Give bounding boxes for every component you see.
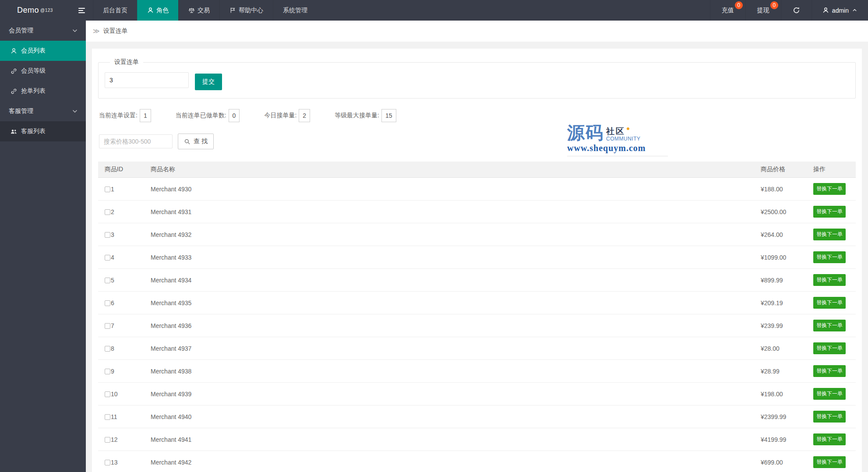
row-checkbox[interactable] <box>105 414 110 420</box>
product-id: 9 <box>111 368 114 375</box>
row-checkbox[interactable] <box>105 460 110 465</box>
product-id: 3 <box>111 231 114 238</box>
content-card: 设置连单 提交 当前连单设置: 1 当前连单已做单数: 0 今日接单量: 2 等… <box>92 49 862 472</box>
chain-order-fieldset: 设置连单 提交 <box>98 58 856 99</box>
product-price-cell: ¥28.99 <box>754 360 807 383</box>
link-icon <box>11 68 17 74</box>
header-action: 操作 <box>807 162 856 178</box>
product-name-cell: Merchant 4938 <box>144 360 754 383</box>
sidebar-item-member-level[interactable]: 会员等级 <box>0 61 86 81</box>
table-row: 4Merchant 4933¥1099.00替换下一单 <box>98 246 856 269</box>
replace-next-order-button[interactable]: 替换下一单 <box>813 411 846 423</box>
replace-next-order-button[interactable]: 替换下一单 <box>813 456 846 468</box>
row-checkbox[interactable] <box>105 187 110 192</box>
row-checkbox[interactable] <box>105 369 110 374</box>
table-body: 1Merchant 4930¥188.00替换下一单2Merchant 4931… <box>98 178 856 472</box>
row-checkbox[interactable] <box>105 209 110 215</box>
header-product-name: 商品名称 <box>144 162 754 178</box>
row-checkbox[interactable] <box>105 278 110 283</box>
action-cell: 替换下一单 <box>807 178 856 201</box>
product-name-cell: Merchant 4941 <box>144 428 754 451</box>
table-header-row: 商品ID 商品名称 商品价格 操作 <box>98 162 856 178</box>
product-id-cell: 8 <box>98 337 144 360</box>
flag-icon <box>229 7 236 14</box>
chain-count-input[interactable] <box>105 72 189 88</box>
stat-today-orders: 今日接单量: 2 <box>264 109 310 122</box>
action-cell: 替换下一单 <box>807 405 856 428</box>
product-id: 6 <box>111 299 114 306</box>
table-row: 9Merchant 4938¥28.99替换下一单 <box>98 360 856 383</box>
action-cell: 替换下一单 <box>807 451 856 472</box>
sidebar-group-member-management[interactable]: 会员管理 <box>0 21 86 41</box>
action-cell: 替换下一单 <box>807 360 856 383</box>
stat-chain-orders-done: 当前连单已做单数: 0 <box>176 109 240 122</box>
replace-next-order-button[interactable]: 替换下一单 <box>813 183 846 195</box>
nav-spacer <box>317 0 710 21</box>
sidebar-group-service-management[interactable]: 客服管理 <box>0 101 86 121</box>
row-checkbox[interactable] <box>105 323 110 329</box>
stat-value-box: 0 <box>229 109 240 122</box>
recharge-button[interactable]: 充值 0 <box>710 0 745 21</box>
chevron-down-icon <box>72 108 78 114</box>
sidebar-item-member-list[interactable]: 会员列表 <box>0 41 86 61</box>
nav-item-system[interactable]: 系统管理 <box>273 0 317 21</box>
product-name-cell: Merchant 4940 <box>144 405 754 428</box>
product-id: 8 <box>111 345 114 352</box>
row-checkbox[interactable] <box>105 255 110 261</box>
submit-button[interactable]: 提交 <box>195 74 222 90</box>
product-price-cell: ¥4199.99 <box>754 428 807 451</box>
replace-next-order-button[interactable]: 替换下一单 <box>813 297 846 309</box>
product-name-cell: Merchant 4936 <box>144 314 754 337</box>
table-row: 7Merchant 4936¥239.99替换下一单 <box>98 314 856 337</box>
sidebar-item-grab-order-list[interactable]: 抢单列表 <box>0 81 86 101</box>
nav-item-roles[interactable]: 角色 <box>137 0 178 21</box>
table-row: 1Merchant 4930¥188.00替换下一单 <box>98 178 856 201</box>
replace-next-order-button[interactable]: 替换下一单 <box>813 433 846 445</box>
sidebar-toggle-button[interactable] <box>70 0 93 21</box>
scales-icon <box>188 7 195 14</box>
product-price-cell: ¥2399.99 <box>754 405 807 428</box>
product-id: 4 <box>111 254 114 261</box>
withdraw-badge: 0 <box>770 1 778 9</box>
table-row: 6Merchant 4935¥209.19替换下一单 <box>98 292 856 314</box>
nav-right: 充值 0 提现 0 admin <box>710 0 868 21</box>
withdraw-button[interactable]: 提现 0 <box>745 0 781 21</box>
refresh-button[interactable] <box>781 0 812 21</box>
row-checkbox[interactable] <box>105 300 110 306</box>
nav-item-dashboard[interactable]: 后台首页 <box>93 0 137 21</box>
stat-value-box: 2 <box>299 109 310 122</box>
row-checkbox[interactable] <box>105 346 110 352</box>
product-id: 10 <box>111 391 118 398</box>
replace-next-order-button[interactable]: 替换下一单 <box>813 206 846 218</box>
stat-level-max-orders: 等级最大接单量: 15 <box>335 109 396 122</box>
nav-item-trade[interactable]: 交易 <box>178 0 219 21</box>
nav-item-help-center[interactable]: 帮助中心 <box>219 0 273 21</box>
action-cell: 替换下一单 <box>807 269 856 292</box>
replace-next-order-button[interactable]: 替换下一单 <box>813 342 846 354</box>
stats-row: 当前连单设置: 1 当前连单已做单数: 0 今日接单量: 2 等级最大接单量: … <box>99 109 856 122</box>
person-icon <box>147 7 154 14</box>
replace-next-order-button[interactable]: 替换下一单 <box>813 320 846 331</box>
replace-next-order-button[interactable]: 替换下一单 <box>813 388 846 400</box>
replace-next-order-button[interactable]: 替换下一单 <box>813 274 846 286</box>
admin-menu[interactable]: admin <box>812 0 868 21</box>
replace-next-order-button[interactable]: 替换下一单 <box>813 251 846 263</box>
product-id-cell: 13 <box>98 451 144 472</box>
action-cell: 替换下一单 <box>807 246 856 269</box>
action-cell: 替换下一单 <box>807 428 856 451</box>
main-content: ≫ 设置连单 设置连单 提交 当前连单设置: 1 当前连单已做单数: 0 今日接… <box>86 21 868 472</box>
row-checkbox[interactable] <box>105 232 110 238</box>
find-button[interactable]: 查 找 <box>178 134 214 149</box>
table-row: 5Merchant 4934¥899.99替换下一单 <box>98 269 856 292</box>
search-row: 查 找 <box>99 134 856 149</box>
row-checkbox[interactable] <box>105 437 110 443</box>
sidebar-item-service-list[interactable]: 客服列表 <box>0 121 86 141</box>
product-id-cell: 7 <box>98 314 144 337</box>
app-logo: Demo @123 <box>0 0 70 21</box>
refresh-icon <box>793 7 800 14</box>
replace-next-order-button[interactable]: 替换下一单 <box>813 365 846 377</box>
row-checkbox[interactable] <box>105 391 110 397</box>
price-search-input[interactable] <box>99 134 173 148</box>
table-row: 8Merchant 4937¥28.00替换下一单 <box>98 337 856 360</box>
replace-next-order-button[interactable]: 替换下一单 <box>813 229 846 240</box>
